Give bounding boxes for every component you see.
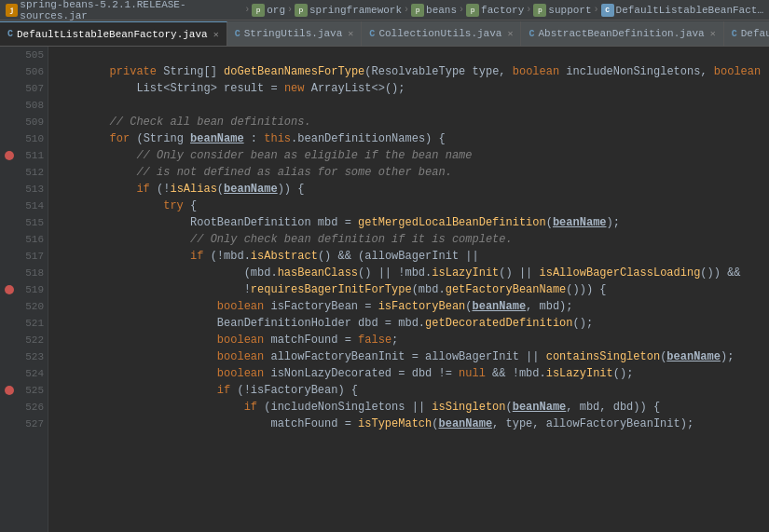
code-line-520: boolean isFactoryBean = isFactoryBean(be… <box>56 298 769 315</box>
code-line-518: (mbd.hasBeanClass() || !mbd.isLazyInit()… <box>56 265 769 281</box>
pkg-icon5: p <box>533 4 546 17</box>
gutter-row-505: 505 <box>0 47 48 63</box>
tab-label-2: StringUtils.java <box>244 28 343 39</box>
pkg-icon4: p <box>466 4 479 17</box>
gutter-row-523: 523 <box>0 348 48 365</box>
breadcrumb-factory[interactable]: p factory <box>466 4 524 17</box>
gutter-row-509: 509 <box>0 114 48 130</box>
gutter-row-518: 518 <box>0 265 48 281</box>
tab-close-4[interactable]: ✕ <box>710 28 716 39</box>
code-line-509: // Check all bean definitions. <box>56 114 769 130</box>
code-line-516: // Only check bean definition if it is c… <box>56 231 769 248</box>
tab-bar: C DefaultListableBeanFactory.java ✕ C St… <box>0 20 769 47</box>
gutter-row-522: 522 <box>0 332 48 348</box>
tab-class-icon-2: C <box>235 29 240 39</box>
tab-collectionutils[interactable]: C CollectionUtils.java ✕ <box>362 21 521 46</box>
code-content[interactable]: private String[] doGetBeanNamesForType(R… <box>48 47 769 532</box>
breadcrumb-jar[interactable]: j spring-beans-5.2.1.RELEASE-sources.jar <box>6 0 242 21</box>
code-line-525: if (!isFactoryBean) { <box>56 382 769 399</box>
gutter-row-510: 510 <box>0 130 48 147</box>
gutter-row-514: 514 <box>0 198 48 214</box>
pkg-icon2: p <box>295 4 308 17</box>
code-line-526: if (includeNonSingletons || isSingleton(… <box>56 399 769 416</box>
gutter-row-527: 527 <box>0 416 48 432</box>
tab-label-1: DefaultListableBeanFactory.java <box>17 29 208 40</box>
gutter-row-521: 521 <box>0 315 48 332</box>
line-gutter: 505 506 507 508 509 510 511 512 513 514 … <box>0 47 48 532</box>
bc-jar-label: spring-beans-5.2.1.RELEASE-sources.jar <box>20 0 242 21</box>
tab-label-3: CollectionUtils.java <box>378 28 501 39</box>
gutter-row-519: 519 <box>0 281 48 298</box>
tab-label-4: AbstractBeanDefinition.java <box>538 28 704 39</box>
gutter-row-517: 517 <box>0 248 48 265</box>
code-line-517: if (!mbd.isAbstract() && (allowBagerInit… <box>56 248 769 265</box>
bc-support-label: support <box>548 5 591 16</box>
tab-close-3[interactable]: ✕ <box>507 28 513 39</box>
code-line-521: BeanDefinitionHolder dbd = mbd.getDecora… <box>56 315 769 332</box>
breadcrumb-class[interactable]: C DefaultListableBeanFact… <box>601 4 763 17</box>
code-line-522: boolean matchFound = false; <box>56 332 769 348</box>
editor-area: 505 506 507 508 509 510 511 512 513 514 … <box>0 47 769 532</box>
pkg-icon3: p <box>411 4 424 17</box>
gutter-row-526: 526 <box>0 399 48 416</box>
tab-stringutils[interactable]: C StringUtils.java ✕ <box>227 21 363 46</box>
breadcrumb-support[interactable]: p support <box>533 4 591 17</box>
tab-class-icon-3: C <box>369 29 375 39</box>
bc-org-label: org <box>267 5 285 16</box>
code-line-505 <box>56 47 769 63</box>
bc-sf-label: springframework <box>309 5 402 16</box>
code-line-523: boolean allowFactoryBeanInit = allowBage… <box>56 348 769 365</box>
breadcrumb-beans[interactable]: p beans <box>411 4 457 17</box>
code-line-527: matchFound = isTypeMatch(beanName, type,… <box>56 416 769 432</box>
gutter-row-506: 506 <box>0 63 48 80</box>
pkg-icon: p <box>252 4 265 17</box>
gutter-row-525: 525 <box>0 382 48 399</box>
gutter-row-512: 512 <box>0 164 48 181</box>
gutter-row-507: 507 <box>0 80 48 97</box>
code-line-519: !requiresBagerInitForType(mbd.getFactory… <box>56 281 769 298</box>
breadcrumb-springframework[interactable]: p springframework <box>295 4 402 17</box>
gutter-row-524: 524 <box>0 365 48 382</box>
tab-abstractbeandefinition[interactable]: C AbstractBeanDefinition.java ✕ <box>521 21 723 46</box>
code-line-512: // is not defined as alias for some othe… <box>56 164 769 181</box>
tab-defaultsing[interactable]: C DefaultSing… ✕ <box>724 21 769 46</box>
tab-class-icon-1: C <box>7 29 13 39</box>
tab-close-2[interactable]: ✕ <box>348 28 353 39</box>
code-line-514: try { <box>56 198 769 214</box>
tab-class-icon-5: C <box>732 29 737 39</box>
breadcrumb-org[interactable]: p org <box>252 4 285 17</box>
breadcrumb-bar: j spring-beans-5.2.1.RELEASE-sources.jar… <box>0 0 769 20</box>
gutter-row-508: 508 <box>0 97 48 114</box>
code-line-506: private String[] doGetBeanNamesForType(R… <box>56 63 769 80</box>
tab-label-5: DefaultSing… <box>741 28 769 39</box>
bc-beans-label: beans <box>426 5 457 16</box>
gutter-row-516: 516 <box>0 231 48 248</box>
code-line-513: if (!isAlias(beanName)) { <box>56 181 769 198</box>
tab-class-icon-4: C <box>529 29 534 39</box>
gutter-row-513: 513 <box>0 181 48 198</box>
code-line-507: List<String> result = new ArrayList<>(); <box>56 80 769 97</box>
jar-icon: j <box>6 4 18 17</box>
gutter-row-511: 511 <box>0 147 48 164</box>
gutter-row-515: 515 <box>0 214 48 231</box>
code-line-510: for (String beanName : this.beanDefiniti… <box>56 130 769 147</box>
tab-defaultlistable[interactable]: C DefaultListableBeanFactory.java ✕ <box>0 21 227 46</box>
bc-class-label: DefaultListableBeanFact… <box>616 5 763 16</box>
code-line-524: boolean isNonLazyDecorated = dbd != null… <box>56 365 769 382</box>
tab-close-1[interactable]: ✕ <box>213 29 219 40</box>
code-line-515: RootBeanDefinition mbd = getMergedLocalB… <box>56 214 769 231</box>
code-line-508 <box>56 97 769 114</box>
code-line-511: // Only consider bean as eligible if the… <box>56 147 769 164</box>
gutter-row-520: 520 <box>0 298 48 315</box>
class-icon: C <box>601 4 614 17</box>
bc-factory-label: factory <box>481 5 524 16</box>
